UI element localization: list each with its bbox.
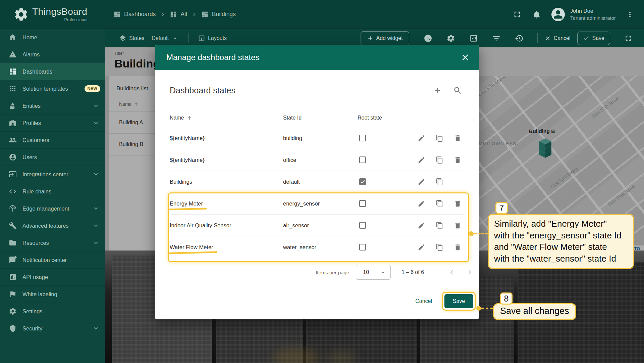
delete-state-button[interactable] xyxy=(451,219,464,232)
paginator: Items per page: 10 1 – 6 of 6 xyxy=(155,262,479,283)
items-per-page-select[interactable]: 10 xyxy=(356,265,391,280)
root-state-checkbox[interactable] xyxy=(359,244,366,251)
thingsboard-logo[interactable]: ThingsBoard Professional xyxy=(13,6,94,22)
breadcrumb-item[interactable]: Dashboards xyxy=(113,11,156,18)
user-info[interactable]: John Doe Tenant administrator xyxy=(570,8,616,21)
dashboards-icon xyxy=(170,11,177,18)
delete-icon xyxy=(454,134,462,142)
fullscreen-button[interactable] xyxy=(513,10,522,19)
root-state-checkbox[interactable] xyxy=(359,222,366,229)
sidebar-item[interactable]: White labeling xyxy=(0,286,105,303)
notifications-bell-button[interactable] xyxy=(532,10,541,19)
copy-state-button[interactable] xyxy=(433,175,446,188)
plus-icon xyxy=(367,35,374,42)
sidebar-item[interactable]: API usage xyxy=(0,269,105,286)
search-button[interactable] xyxy=(453,86,462,95)
white-label-icon xyxy=(9,290,17,298)
breadcrumb-item[interactable]: Buildings xyxy=(201,11,236,18)
add-widget-button[interactable]: Add widget xyxy=(361,31,409,45)
copy-state-button[interactable] xyxy=(433,197,446,210)
sidebar-item[interactable]: Integrations center xyxy=(0,166,105,183)
sidebar-item-label: Solution templates xyxy=(22,86,68,92)
delete-icon xyxy=(454,156,462,164)
sidebar-item[interactable]: Dashboards xyxy=(0,63,105,80)
delete-state-button[interactable] xyxy=(451,240,464,254)
sidebar-item-label: Edge management xyxy=(22,206,69,212)
layouts-button[interactable]: Layouts xyxy=(208,35,227,41)
edit-state-button[interactable] xyxy=(415,175,428,188)
state-table-row: Buildings default xyxy=(170,171,464,193)
breadcrumb-separator-icon xyxy=(191,11,198,18)
state-id: air_sensor xyxy=(283,222,358,229)
step-8-callout: Save all changes xyxy=(493,303,576,320)
edit-icon xyxy=(418,178,425,186)
delete-state-button[interactable] xyxy=(451,131,464,145)
dialog-close-button[interactable] xyxy=(460,52,470,62)
sidebar-item[interactable]: Resources xyxy=(0,234,105,252)
user-role: Tenant administrator xyxy=(570,15,616,21)
divider xyxy=(537,33,538,43)
user-name: John Doe xyxy=(570,8,616,14)
time-window-button[interactable] xyxy=(424,34,432,43)
delete-state-button[interactable] xyxy=(451,153,464,167)
copy-icon xyxy=(436,200,443,208)
edit-state-button[interactable] xyxy=(415,131,428,145)
states-caret-icon[interactable] xyxy=(171,35,179,42)
edit-state-button[interactable] xyxy=(415,153,428,167)
sidebar-item[interactable]: Advanced features xyxy=(0,217,105,234)
sidebar-item[interactable]: Profiles xyxy=(0,115,105,132)
sidebar-item-label: Security xyxy=(22,325,43,332)
dialog-save-button[interactable]: Save xyxy=(444,294,473,308)
sidebar-item[interactable]: Home xyxy=(0,29,105,46)
sidebar-item[interactable]: Users xyxy=(0,149,105,166)
copy-state-button[interactable] xyxy=(433,219,446,232)
entity-aliases-button[interactable] xyxy=(469,34,478,43)
connector-dash xyxy=(481,308,493,309)
filters-button[interactable] xyxy=(492,34,501,43)
root-state-checkbox[interactable] xyxy=(359,200,366,207)
column-name[interactable]: Name xyxy=(170,115,283,121)
state-name: Indoor Air Quality Sensor xyxy=(170,222,231,229)
previous-page-button[interactable] xyxy=(447,268,456,277)
toolbar-cancel-button[interactable]: Cancel xyxy=(544,35,571,42)
state-id: water_sensor xyxy=(283,244,358,251)
state-id: energy_sensor xyxy=(283,200,358,207)
dialog-cancel-button[interactable]: Cancel xyxy=(410,295,437,308)
dashboard-fullscreen-button[interactable] xyxy=(624,34,633,43)
root-state-checkbox[interactable] xyxy=(359,156,366,163)
sidebar-item[interactable]: Notification center xyxy=(0,252,105,269)
next-page-button[interactable] xyxy=(466,268,474,277)
sidebar-item[interactable]: Edge management xyxy=(0,200,105,217)
sidebar-item[interactable]: Alarms xyxy=(0,46,105,63)
sidebar-item[interactable]: Entities xyxy=(0,97,105,115)
dashboard-settings-button[interactable] xyxy=(446,34,455,43)
state-id: default xyxy=(283,179,358,185)
copy-state-button[interactable] xyxy=(433,153,446,167)
sidebar-item[interactable]: Customers xyxy=(0,132,105,149)
sidebar-item[interactable]: Settings xyxy=(0,303,105,320)
copy-state-button[interactable] xyxy=(433,131,446,145)
copy-state-button[interactable] xyxy=(433,240,446,254)
toolbar-save-button[interactable]: Save xyxy=(577,32,610,45)
sidebar-item[interactable]: Solution templates NEW xyxy=(0,80,105,97)
state-name: Buildings xyxy=(170,179,192,185)
chevron-down-icon xyxy=(92,222,100,229)
states-value[interactable]: Default xyxy=(152,35,169,41)
edit-state-button[interactable] xyxy=(415,197,428,210)
version-history-button[interactable] xyxy=(515,34,524,43)
root-state-checkbox[interactable] xyxy=(359,178,366,185)
dashboard-states-title: Dashboard states xyxy=(170,86,235,95)
sidebar-item[interactable]: Security xyxy=(0,320,105,337)
delete-state-button[interactable] xyxy=(451,197,464,210)
step-7-badge: 7 xyxy=(495,202,508,214)
root-state-checkbox[interactable] xyxy=(359,135,366,141)
avatar[interactable] xyxy=(551,8,565,21)
edit-state-button[interactable] xyxy=(415,240,428,254)
add-state-button[interactable] xyxy=(433,86,442,95)
integrations-icon xyxy=(9,170,17,178)
breadcrumb-item[interactable]: All xyxy=(170,11,187,18)
kebab-menu-button[interactable] xyxy=(626,10,634,19)
copy-icon xyxy=(436,243,443,251)
edit-state-button[interactable] xyxy=(415,219,428,232)
sidebar-item[interactable]: Rule chains xyxy=(0,183,105,200)
